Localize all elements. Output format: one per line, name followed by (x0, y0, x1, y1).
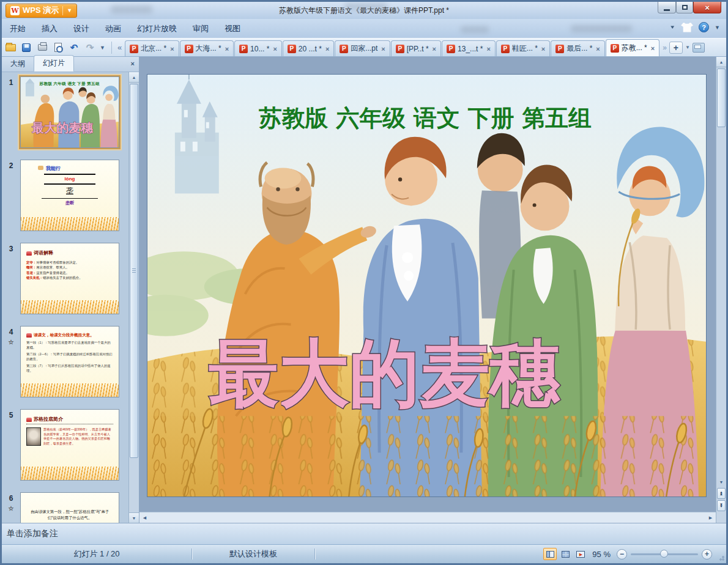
slide-thumbnail-1[interactable]: 苏教版 六年级 语文 下册 第五组 最大的麦穗 (20, 76, 119, 148)
panel-scrollbar[interactable]: ▲ ▼ (128, 72, 139, 523)
scroll-down-button[interactable]: ▼ (716, 477, 726, 487)
slide-header-text[interactable]: 苏教版 六年级 语文 下册 第五组 (259, 104, 592, 131)
menu-view[interactable]: 视图 (217, 20, 248, 37)
template-name: 默认设计模板 (192, 548, 314, 559)
tab-close-icon[interactable]: × (541, 45, 545, 53)
slide-sorter-icon (562, 551, 570, 558)
save-button[interactable] (19, 40, 34, 55)
doc-tab[interactable]: P 最后... * × (551, 40, 604, 56)
collapse-ribbon-icon[interactable]: ▼ (669, 24, 675, 30)
scroll-up-button[interactable]: ▲ (716, 57, 726, 67)
doc-tab[interactable]: P 大海... * × (180, 40, 234, 56)
slideshow-button[interactable]: ▶ (574, 548, 587, 560)
close-button[interactable]: × (693, 2, 721, 13)
doc-tab-active[interactable]: P 苏教... * × (606, 39, 659, 56)
print-icon (38, 44, 47, 51)
open-button[interactable] (3, 40, 18, 55)
slide-thumbnail-6[interactable]: 自由读课文第一段，想一想"苏格拉底"与"弟子们"说话时用了什么语气。 严肃、不容… (20, 492, 119, 523)
rule (42, 198, 98, 199)
slide-artwork: 苏教版 六年级 语文 下册 第五组 最大的麦穗 (147, 75, 706, 497)
doc-tab-label: 鞋匠... * (512, 43, 538, 54)
previous-slide-button[interactable]: ▲ ▲ (717, 488, 726, 499)
doc-tab[interactable]: P 北京... * × (125, 40, 179, 56)
tab-close-icon[interactable]: × (325, 45, 329, 53)
arrange-windows-icon[interactable] (693, 43, 705, 53)
undo-button[interactable]: ↶ (67, 40, 81, 55)
next-slide-button[interactable]: ▼ ▼ (717, 500, 726, 511)
print-preview-button[interactable] (51, 40, 65, 55)
doc-tab[interactable]: P 20 ...t * × (283, 40, 334, 56)
new-tab-button[interactable]: + (669, 42, 683, 54)
resize-grip[interactable] (717, 553, 724, 561)
skin-theme-icon[interactable] (681, 23, 693, 32)
doc-tab[interactable]: P 13_...t * × (442, 40, 496, 56)
down-icon: ▼ (132, 516, 136, 520)
scroll-left-button[interactable]: ◀ (139, 515, 150, 520)
menu-right-tools: ▼ ? ▼ (669, 22, 720, 32)
slide-sorter-button[interactable] (559, 548, 572, 560)
tab-outline[interactable]: 大纲 (2, 56, 34, 72)
tab-close-icon[interactable]: × (170, 45, 174, 53)
chevron-down-icon[interactable]: ▼ (685, 45, 690, 50)
normal-view-button[interactable] (543, 548, 557, 560)
tab-slides[interactable]: 幻灯片 (34, 55, 74, 72)
menu-animation[interactable]: 动画 (97, 20, 129, 37)
tab-close-icon[interactable]: × (273, 45, 277, 53)
menu-design[interactable]: 设计 (65, 20, 97, 37)
zoom-in-button[interactable]: + (702, 549, 712, 559)
slide-thumbnail-4[interactable]: 读课文，给课文分段并概括大意。 第一段（1）：写苏格拉底要弟子们去麦地里摘一个最… (20, 326, 119, 397)
scroll-up-button[interactable]: ▲ (129, 72, 139, 83)
scrollbar-thumb[interactable] (130, 84, 138, 458)
scroll-down-button[interactable]: ▼ (129, 512, 139, 523)
zoom-out-button[interactable]: − (617, 549, 627, 559)
doc-tab[interactable]: P 回家...pt × (335, 40, 390, 56)
tabs-scroll-left-icon[interactable]: « (114, 43, 125, 52)
doc-tab-label: 13_...t * (458, 45, 483, 53)
blurred-region (344, 3, 387, 10)
maximize-button[interactable] (676, 2, 693, 13)
print-button[interactable] (35, 40, 50, 55)
animation-star-icon: ☆ (2, 339, 20, 345)
thumb2-word: 垄断 (21, 200, 119, 206)
slide-thumbnail-5[interactable]: 苏格拉底简介 苏格拉底（前469年—前399年），既是古希腊著名的哲学家，又是一… (20, 409, 119, 481)
doc-tab[interactable]: P 10... * × (234, 40, 282, 56)
menu-insert[interactable]: 插入 (34, 20, 65, 37)
tab-close-icon[interactable]: × (596, 45, 600, 53)
menu-slideshow[interactable]: 幻灯片放映 (129, 20, 185, 37)
tab-close-icon[interactable]: × (486, 45, 490, 53)
zoom-slider-thumb[interactable] (660, 550, 668, 558)
slide-canvas[interactable]: 苏教版 六年级 语文 下册 第五组 最大的麦穗 (147, 74, 707, 497)
slide-thumbnail-2[interactable]: 我能行 lǒng 垄 垄断 (20, 160, 119, 231)
slide-thumbnail-3[interactable]: 词语解释 定夺：对事情做可否或取舍的决定。 嘲笑：用言语挖苦、取笑人。 苍老：这… (20, 243, 119, 314)
vertical-scrollbar[interactable]: ▲ ▼ ▲ ▲ ▼ ▼ (716, 57, 726, 523)
zoom-slider[interactable] (631, 553, 698, 555)
scroll-right-button[interactable]: ▶ (705, 515, 716, 520)
doc-tab[interactable]: P [PP..t * × (391, 40, 441, 56)
notes-area[interactable]: 单击添加备注 (2, 523, 726, 544)
divider (314, 548, 315, 559)
toolbar-options-icon[interactable]: ▼ (97, 45, 108, 51)
menu-review[interactable]: 审阅 (185, 20, 217, 37)
slide-row-4: 4 ☆ 读课文，给课文分段并概括大意。 第一段（1）：写苏格拉底要弟子们去麦地里… (2, 326, 128, 397)
tab-close-icon[interactable]: × (381, 45, 385, 53)
help-icon[interactable]: ? (699, 22, 709, 32)
minimize-button[interactable] (658, 2, 676, 13)
redo-button[interactable]: ↷ (83, 40, 97, 55)
thumb4-para: 第三段（7）：写弟子们从苏格拉底的话中悟出了做人的道理。 (26, 364, 113, 373)
slide-title-text[interactable]: 最大的麦穗 (209, 331, 560, 416)
chevron-down-icon[interactable]: ▼ (67, 7, 72, 13)
chevron-down-icon[interactable]: ▼ (715, 24, 720, 31)
notes-placeholder[interactable]: 单击添加备注 (7, 528, 58, 539)
panel-close-icon[interactable]: × (131, 60, 135, 67)
wps-app-button[interactable]: W WPS 演示 ▼ (6, 4, 77, 18)
scrollbar-thumb[interactable] (717, 68, 726, 127)
tab-close-icon[interactable]: × (433, 45, 436, 53)
doc-tab[interactable]: P 鞋匠... * × (496, 40, 550, 56)
tab-close-icon[interactable]: × (225, 45, 229, 53)
slide-editor-area: 苏教版 六年级 语文 下册 第五组 最大的麦穗 ▲ ▼ ▲ ▲ ▼ ▼ ◀ (139, 57, 726, 523)
menu-home[interactable]: 开始 (2, 20, 34, 37)
tabs-scroll-right-icon[interactable]: » (663, 43, 667, 52)
normal-view-icon (546, 551, 554, 558)
tab-close-icon[interactable]: × (651, 45, 655, 52)
horizontal-scrollbar[interactable]: ◀ ▶ (139, 512, 716, 523)
